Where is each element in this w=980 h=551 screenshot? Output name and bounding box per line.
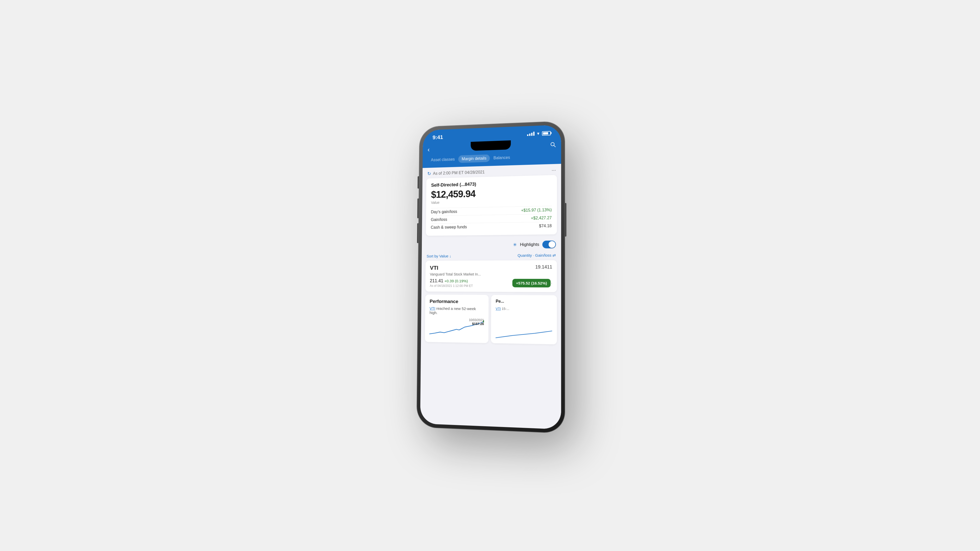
performance-cards-row: Performance VTI reached a new 52-week hi…	[425, 295, 557, 345]
account-value: $12,459.94	[431, 186, 552, 200]
gain-badge-value-vti: +575.52 (16.52%)	[516, 281, 547, 285]
performance-card-2: Pe... VTI 15-...	[491, 295, 557, 345]
snowflake-icon: ✳	[513, 242, 517, 248]
account-name: Self-Directed (...8473)	[431, 179, 552, 188]
phone-wrapper: 9:41 ▾	[417, 121, 565, 433]
phone-screen: 9:41 ▾	[420, 125, 561, 429]
phone-device: 9:41 ▾	[417, 121, 565, 433]
refresh-icon[interactable]: ↻	[427, 171, 431, 176]
chart-date-label: 10/03/2021	[469, 318, 484, 322]
highlights-row: ✳ Highlights	[422, 238, 561, 252]
highlights-label: Highlights	[520, 242, 539, 248]
perf-text-2: 15-...	[502, 307, 509, 311]
volume-down-button	[417, 223, 418, 243]
price-change-vti: +0.39 (0.19%)	[444, 279, 468, 283]
tabs-row: Asset classes Margin details Balances	[428, 152, 556, 164]
perf-chart-2	[496, 310, 552, 340]
perf-ticker-link-2[interactable]: VTI	[496, 306, 501, 310]
wifi-icon: ▾	[537, 130, 539, 136]
sort-right-label[interactable]: Quantity · Gain/loss ⇄	[517, 253, 556, 258]
status-time: 9:41	[433, 134, 443, 141]
chevron-right-vti: ›	[551, 280, 552, 286]
battery-icon	[542, 131, 551, 135]
position-header-vti: VTI 19.1411	[430, 264, 552, 271]
signal-bar-3	[531, 133, 532, 136]
cash-value: $74.18	[539, 224, 552, 228]
refresh-text: As of 2:00 PM ET 04/28/2021	[433, 170, 485, 176]
position-item-vti[interactable]: VTI 19.1411 Vanguard Total Stock Market …	[425, 260, 557, 292]
days-gain-value: +$15.97 (1.13%)	[521, 208, 552, 213]
signal-bars	[527, 132, 535, 136]
signal-bar-1	[527, 135, 528, 136]
price-main-vti: 211.41	[430, 278, 443, 283]
sort-label[interactable]: Sort by Value ↓	[427, 254, 452, 258]
account-card: Self-Directed (...8473) $12,459.94 Value…	[426, 175, 557, 236]
tab-asset-classes[interactable]: Asset classes	[428, 156, 458, 164]
quantity-vti: 19.1411	[535, 264, 552, 270]
power-button	[565, 203, 566, 237]
mini-chart-2	[496, 326, 552, 340]
mute-button	[417, 176, 419, 189]
price-row-vti: 211.41 +0.39 (0.19%)	[430, 278, 512, 284]
perf-title: Performance	[430, 299, 484, 305]
signal-bar-2	[529, 134, 530, 136]
tab-margin-details[interactable]: Margin details	[458, 154, 490, 163]
app-screen: 9:41 ▾	[420, 125, 561, 429]
gain-value: +$2,427.27	[531, 216, 552, 221]
tab-balances[interactable]: Balances	[490, 154, 514, 162]
volume-up-button	[417, 198, 419, 218]
more-options-icon[interactable]: ···	[552, 167, 556, 173]
svg-line-1	[554, 145, 555, 147]
performance-card: Performance VTI reached a new 52-week hi…	[425, 295, 489, 343]
cash-row: Cash & sweep funds $74.18	[431, 222, 552, 231]
perf-title-2: Pe...	[496, 299, 552, 304]
price-info-vti: 211.41 +0.39 (0.19%) As of 04/18/2021 1:…	[430, 278, 512, 288]
chart-value-label: $157.26	[472, 322, 484, 326]
camera-notch	[471, 140, 511, 151]
sort-row: Sort by Value ↓ Quantity · Gain/loss ⇄	[422, 251, 561, 261]
chart-area: 10/03/2021 $157.26	[429, 318, 484, 339]
price-date-vti: As of 04/18/2021 1:12:00 PM ET	[430, 284, 512, 288]
perf-desc-suffix: reached a new 52-week high.	[430, 306, 476, 315]
signal-bar-4	[533, 132, 535, 136]
highlights-toggle[interactable]	[542, 241, 556, 248]
status-icons: ▾	[527, 130, 551, 137]
gain-label: Gain/loss	[431, 218, 447, 222]
cash-label: Cash & sweep funds	[431, 225, 467, 230]
position-name-vti: Vanguard Total Stock Market In...	[430, 272, 552, 276]
search-button[interactable]	[550, 141, 556, 149]
back-button[interactable]: ‹	[428, 146, 430, 154]
battery-fill	[543, 132, 548, 135]
gain-badge-vti: +575.52 (16.52%)	[512, 279, 551, 287]
perf-desc: VTI reached a new 52-week high.	[430, 306, 484, 315]
perf-ticker-link[interactable]: VTI	[430, 306, 435, 310]
ticker-vti: VTI	[430, 265, 438, 272]
position-bottom-vti: 211.41 +0.39 (0.19%) As of 04/18/2021 1:…	[430, 278, 552, 288]
toggle-knob	[549, 241, 555, 248]
content-area[interactable]: ↻ As of 2:00 PM ET 04/28/2021 ··· Self-D…	[420, 164, 561, 429]
scene: 9:41 ▾	[416, 122, 564, 429]
days-gain-label: Day's gain/loss	[431, 210, 457, 214]
